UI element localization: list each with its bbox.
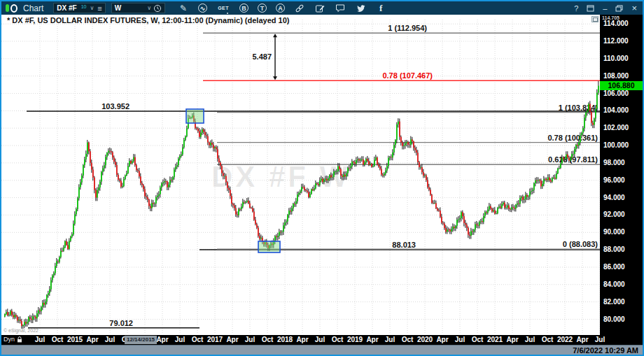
dyn-toggle[interactable]: Dyn: [4, 336, 22, 343]
draw-pencil-icon[interactable]: ✎: [178, 3, 189, 14]
price-tick: 96.000: [603, 176, 625, 184]
minimize-button[interactable]: –: [603, 4, 607, 13]
symbol-badge: 10: [81, 4, 87, 9]
app-label: Chart: [23, 3, 43, 13]
time-label: Oct: [192, 336, 204, 343]
time-label: Jul: [35, 336, 45, 343]
price-tick: 88.000: [603, 245, 625, 253]
price-axis[interactable]: 114.705 114.000112.000110.000108.000106.…: [600, 15, 643, 335]
price-tick: 106.000: [603, 90, 629, 97]
get-quote-icon[interactable]: GET: [216, 3, 230, 14]
chart-title: * DX #F, US DOLLAR INDEX FUTURES, W, 12:…: [7, 16, 289, 24]
svg-text:5.487: 5.487: [252, 52, 272, 61]
svg-text:0.618 (97.811): 0.618 (97.811): [548, 155, 598, 164]
window-menu-icon[interactable]: [587, 5, 594, 12]
time-label: Jul: [245, 336, 255, 343]
lock-icon: [17, 336, 22, 343]
selection-box[interactable]: [258, 241, 280, 252]
svg-text:0.78 (100.361): 0.78 (100.361): [547, 134, 598, 142]
measure-arrow[interactable]: 5.487: [252, 34, 277, 80]
status-bar: 7/6/2022 10:29 AM: [1, 345, 643, 355]
interval-chevron-down-icon[interactable]: ∨: [147, 5, 151, 11]
svg-text:79.012: 79.012: [109, 319, 133, 327]
price-tick: 104.000: [603, 106, 629, 114]
time-label: 2019: [347, 336, 363, 343]
link-icon[interactable]: [294, 3, 305, 14]
time-label: Jul: [315, 336, 325, 343]
time-label: Oct: [262, 336, 274, 343]
symbol-menu-icon[interactable]: ≡: [97, 4, 102, 13]
time-label: Oct: [332, 336, 344, 343]
titlebar: Chart DX #F 10 ∨ ≡ W ∨ ✎ ∿ GET B T A: [1, 1, 643, 15]
svg-text:103.952: 103.952: [102, 102, 130, 111]
ext-1-line[interactable]: 1 (112.954): [203, 24, 600, 33]
time-sales-icon[interactable]: T: [258, 3, 267, 13]
svg-text:88.013: 88.013: [392, 241, 416, 249]
time-label: 2018: [277, 336, 293, 343]
time-label: Jul: [105, 336, 115, 343]
symbol-box[interactable]: DX #F 10 ∨ ≡: [53, 3, 105, 13]
price-tick: 82.000: [603, 298, 625, 306]
chart-window: Chart DX #F 10 ∨ ≡ W ∨ ✎ ∿ GET B T A: [0, 0, 644, 356]
time-label: Apr: [156, 336, 168, 343]
level-103952-line[interactable]: 103.952: [27, 102, 600, 111]
facebook-icon[interactable]: f: [375, 3, 386, 14]
price-tick: 90.000: [603, 228, 625, 236]
window-controls: ? – ×: [574, 3, 637, 13]
current-price-tag: 106.880: [600, 81, 643, 90]
ext-078-line[interactable]: 0.78 (107.467): [203, 71, 600, 80]
candles: [4, 81, 599, 329]
level-79012-line[interactable]: 79.012: [28, 319, 200, 328]
time-label: Apr: [506, 336, 518, 343]
time-label: Oct: [402, 336, 414, 343]
interval-box[interactable]: W ∨: [111, 3, 165, 13]
price-tick: 98.000: [603, 159, 625, 166]
time-label: Apr: [226, 336, 238, 343]
help-button[interactable]: ?: [574, 4, 578, 13]
candlestick-plot[interactable]: 1 (112.954)0.78 (107.467)103.9521 (103.8…: [1, 15, 600, 335]
interval-value[interactable]: W: [115, 4, 121, 12]
time-label: Jul: [595, 336, 605, 343]
time-label: Jul: [525, 336, 535, 343]
interval-clock-icon[interactable]: [153, 4, 162, 13]
time-label: Jul: [455, 336, 465, 343]
time-label: Oct: [542, 336, 554, 343]
symbol-chevron-down-icon[interactable]: ∨: [90, 5, 94, 11]
svg-text:1 (112.954): 1 (112.954): [388, 24, 427, 32]
time-label: Apr: [86, 336, 98, 343]
chat-icon[interactable]: [335, 3, 346, 14]
ret-078-line[interactable]: 0.78 (100.361): [217, 134, 600, 143]
svg-text:0 (88.083): 0 (88.083): [563, 240, 598, 248]
status-datetime: 7/6/2022 10:29 AM: [573, 346, 638, 355]
studies-wave-icon[interactable]: ∿: [198, 3, 207, 13]
price-tick: 102.000: [603, 124, 629, 131]
symbol-value[interactable]: DX #F: [57, 4, 76, 12]
time-label: Apr: [576, 336, 588, 343]
time-label: 2015: [67, 336, 83, 343]
svg-text:1 (103.824): 1 (103.824): [559, 104, 598, 112]
date-highlight-tag: 12/14/2015: [125, 336, 157, 344]
twitter-icon[interactable]: [355, 3, 366, 14]
time-label: Jul: [175, 336, 185, 343]
selection-box[interactable]: [186, 109, 204, 123]
price-tick: 108.000: [603, 72, 629, 80]
pane-restore-icon[interactable]: [592, 16, 598, 22]
time-label: 2017: [207, 336, 223, 343]
time-axis[interactable]: Dyn JulOct2015AprJulOctAprJulOct2017AprJ…: [1, 335, 643, 345]
restore-button[interactable]: [615, 5, 623, 12]
price-tick: 86.000: [603, 263, 625, 271]
grid-lines: [1, 20, 600, 334]
time-label: Oct: [472, 336, 484, 343]
chart-region: * DX #F, US DOLLAR INDEX FUTURES, W, 12:…: [1, 15, 643, 335]
notes-icon[interactable]: [314, 3, 326, 14]
price-tick: 100.000: [603, 141, 629, 149]
price-tick: 112.000: [603, 37, 629, 45]
price-tick: 92.000: [603, 211, 625, 218]
close-button[interactable]: ×: [631, 3, 637, 13]
svg-text:0.78 (107.467): 0.78 (107.467): [382, 71, 433, 80]
alert-icon[interactable]: A: [276, 3, 285, 13]
price-tick: 80.000: [603, 315, 625, 323]
toolbar-icons: ✎ ∿ GET B T A f: [178, 3, 386, 14]
price-tick: 84.000: [603, 280, 625, 288]
bid-icon[interactable]: B: [239, 3, 248, 13]
